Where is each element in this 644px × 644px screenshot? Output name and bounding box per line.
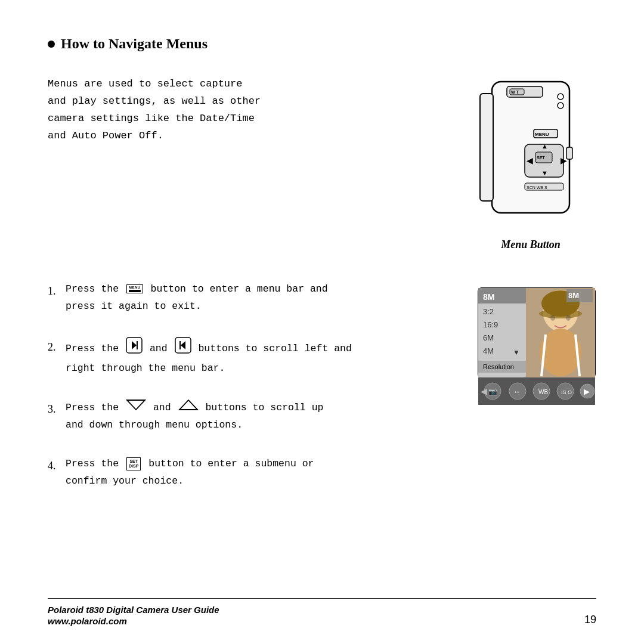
svg-text:▲: ▲ bbox=[541, 143, 548, 150]
website: www.polaroid.com bbox=[48, 616, 219, 626]
svg-point-6 bbox=[558, 103, 564, 109]
svg-text:8M: 8M bbox=[483, 292, 494, 302]
step-2-content: Press the and bbox=[66, 337, 453, 377]
left-scroll-icon bbox=[126, 337, 143, 360]
step-1: 1. Press the MENU button to enter a menu… bbox=[48, 281, 453, 315]
set-disp-button-icon: SETDISP bbox=[126, 457, 141, 470]
step-1-number: 1. bbox=[48, 281, 66, 301]
step-3-number: 3. bbox=[48, 399, 66, 419]
camera-label: Menu Button bbox=[465, 239, 596, 251]
camera-svg: W T MENU SET ◀ ▶ ▲ ▼ bbox=[474, 76, 587, 234]
svg-marker-26 bbox=[179, 400, 197, 410]
step-3: 3. Press the and bbox=[48, 399, 453, 435]
svg-text:▼: ▼ bbox=[541, 169, 548, 177]
step-4-content: Press the SETDISP button to enter a subm… bbox=[66, 456, 453, 490]
step-2-number: 2. bbox=[48, 337, 66, 357]
svg-text:MENU: MENU bbox=[535, 132, 549, 137]
page-title: How to Navigate Menus bbox=[48, 36, 596, 52]
svg-text:📷: 📷 bbox=[488, 387, 497, 396]
right-scroll-icon bbox=[175, 337, 191, 360]
menu-button-icon: MENU bbox=[126, 284, 143, 293]
svg-rect-18 bbox=[566, 147, 572, 159]
svg-point-5 bbox=[558, 94, 564, 100]
svg-text:SET: SET bbox=[537, 156, 545, 160]
top-section: Menus are used to select capture and pla… bbox=[48, 76, 596, 251]
svg-text:4M: 4M bbox=[483, 346, 494, 355]
camera-illustration: W T MENU SET ◀ ▶ ▲ ▼ bbox=[465, 76, 596, 251]
svg-text:SCN  WB  S: SCN WB S bbox=[527, 185, 547, 190]
svg-text:16:9: 16:9 bbox=[483, 320, 498, 329]
svg-text:WB: WB bbox=[538, 389, 548, 395]
svg-text:8M: 8M bbox=[568, 291, 579, 300]
svg-rect-1 bbox=[480, 94, 493, 201]
svg-text:W  T: W T bbox=[511, 90, 519, 94]
step-3-content: Press the and buttons to scrol bbox=[66, 399, 453, 435]
bullet-icon bbox=[48, 41, 55, 48]
title-text: How to Navigate Menus bbox=[61, 36, 208, 52]
step-1-content: Press the MENU button to enter a menu ba… bbox=[66, 281, 453, 315]
svg-point-43 bbox=[550, 315, 555, 321]
svg-marker-25 bbox=[127, 400, 145, 410]
page-number: 19 bbox=[584, 614, 596, 626]
step-4: 4. Press the SETDISP button to enter a s… bbox=[48, 456, 453, 490]
svg-text:IS O: IS O bbox=[561, 389, 572, 395]
steps-list: 1. Press the MENU button to enter a menu… bbox=[48, 281, 453, 512]
screen-illustration: 8M 3:2 16:9 6M 4M ▼ Resolution bbox=[477, 287, 596, 409]
guide-title: Polaroid t830 Digital Camera User Guide bbox=[48, 605, 219, 615]
svg-text:↔: ↔ bbox=[513, 388, 521, 396]
step-2: 2. Press the and bbox=[48, 337, 453, 377]
svg-text:▼: ▼ bbox=[513, 348, 520, 357]
footer: Polaroid t830 Digital Camera User Guide … bbox=[48, 598, 596, 626]
steps-section: 1. Press the MENU button to enter a menu… bbox=[48, 281, 596, 512]
svg-text:3:2: 3:2 bbox=[483, 307, 494, 316]
svg-text:6M: 6M bbox=[483, 333, 494, 342]
svg-text:Resolution: Resolution bbox=[483, 363, 514, 370]
footer-left: Polaroid t830 Digital Camera User Guide … bbox=[48, 605, 219, 626]
svg-point-42 bbox=[539, 309, 582, 318]
intro-text: Menus are used to select capture and pla… bbox=[48, 76, 261, 145]
svg-text:◀: ◀ bbox=[527, 156, 533, 165]
svg-text:◀: ◀ bbox=[481, 386, 487, 396]
step-4-number: 4. bbox=[48, 456, 66, 475]
svg-text:▶: ▶ bbox=[584, 387, 590, 396]
up-scroll-icon bbox=[178, 399, 199, 417]
down-scroll-icon bbox=[126, 399, 146, 417]
svg-point-44 bbox=[566, 315, 571, 321]
